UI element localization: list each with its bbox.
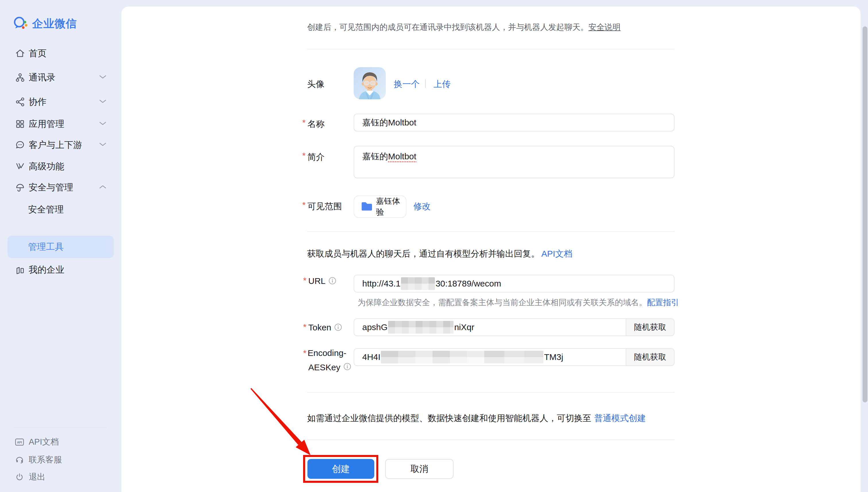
switch-mode-text: 如需通过企业微信提供的模型、数据快速创建和使用智能机器人，可切换至普通模式创建 — [307, 413, 646, 424]
token-label-text: Token — [308, 323, 331, 333]
aes-random-button[interactable]: 随机获取 — [626, 349, 674, 365]
annotation-arrow — [244, 382, 319, 462]
url-input[interactable]: http://43.130:18789/wecom — [354, 275, 674, 293]
info-icon[interactable] — [343, 361, 351, 375]
sidebar-item-support[interactable]: 联系客服 — [7, 452, 114, 468]
company-icon — [15, 265, 25, 275]
aes-label-line2: AESKey — [308, 360, 341, 374]
chevron-up-icon — [98, 184, 107, 191]
required-mark: * — [303, 323, 307, 331]
double-v-icon — [15, 161, 25, 172]
intro-text: 创建后，可见范围内的成员可在通讯录中找到该机器人，并与机器人发起聊天。安全说明 — [307, 22, 677, 33]
normal-mode-link[interactable]: 普通模式创建 — [594, 413, 646, 423]
sidebar-item-label: 首页 — [29, 47, 47, 59]
sidebar-item-customers[interactable]: 客户与上下游 — [7, 137, 114, 153]
avatar-label: 头像 — [307, 78, 324, 90]
sidebar-item-label: 管理工具 — [28, 241, 64, 253]
grid-icon — [15, 119, 25, 129]
config-guide-link[interactable]: 配置指引 — [647, 298, 679, 307]
section-divider — [307, 49, 674, 49]
sidebar-item-label: 我的企业 — [29, 264, 64, 276]
sidebar-item-collaboration[interactable]: 协作 — [7, 93, 114, 110]
desc-label: * 简介 — [302, 151, 325, 163]
security-note-link[interactable]: 安全说明 — [589, 23, 621, 31]
vertical-scrollbar-thumb[interactable] — [863, 26, 867, 402]
sidebar-item-api-docs[interactable]: API API文档 — [7, 434, 114, 450]
aes-label: *Encoding- AESKey — [303, 346, 351, 375]
switch-mode-text-body: 如需通过企业微信提供的模型、数据快速创建和使用智能机器人，可切换至 — [307, 413, 591, 423]
org-chart-icon — [15, 72, 25, 83]
redacted-blur — [381, 351, 543, 363]
chevron-down-icon — [98, 121, 107, 127]
token-input[interactable]: apshGniXqr 随机获取 — [354, 318, 674, 336]
scope-chip: 嘉钰体验 — [354, 195, 406, 218]
scope-label: * 可见范围 — [302, 201, 342, 213]
sidebar-item-label: API文档 — [29, 436, 59, 448]
url-value-suffix: 30:18789/wecom — [436, 279, 501, 289]
scope-label-text: 可见范围 — [307, 201, 342, 213]
sidebar-item-label: 应用管理 — [29, 118, 64, 130]
avatar-upload-link[interactable]: 上传 — [433, 78, 451, 90]
sidebar: 企业微信 首页 通讯录 协作 — [0, 0, 121, 492]
sidebar-item-label: 安全与管理 — [29, 181, 73, 194]
required-mark: * — [303, 276, 307, 285]
url-label-text: URL — [308, 276, 325, 286]
sidebar-item-security-admin[interactable]: 安全管理 — [7, 201, 114, 218]
token-random-button[interactable]: 随机获取 — [626, 319, 674, 336]
url-value-prefix: http://43.1 — [362, 279, 400, 289]
chevron-down-icon — [98, 74, 107, 81]
sidebar-item-label: 联系客服 — [29, 454, 62, 466]
sidebar-item-home[interactable]: 首页 — [7, 45, 114, 62]
section-divider — [307, 231, 674, 232]
svg-text:API: API — [17, 441, 22, 444]
wecom-logo[interactable]: 企业微信 — [13, 16, 77, 31]
info-icon[interactable] — [334, 323, 342, 333]
share-network-icon — [15, 97, 25, 107]
chevron-down-icon — [98, 99, 107, 105]
headset-icon — [14, 455, 25, 465]
aes-value-suffix: TM3j — [544, 352, 563, 362]
sidebar-item-label: 高级功能 — [29, 161, 64, 173]
bot-avatar — [354, 67, 386, 99]
required-mark: * — [302, 151, 306, 160]
section-divider — [307, 440, 674, 440]
avatar-links-separator — [425, 79, 426, 88]
token-value-suffix: niXqr — [454, 322, 474, 332]
scope-edit-link[interactable]: 修改 — [413, 201, 430, 213]
sidebar-item-security-management[interactable]: 安全与管理 — [7, 179, 114, 196]
aes-key-input[interactable]: 4H4ITM3j 随机获取 — [354, 348, 674, 366]
scope-value: 嘉钰体验 — [376, 196, 406, 218]
required-mark: * — [302, 201, 306, 209]
sidebar-item-advanced[interactable]: 高级功能 — [7, 158, 114, 175]
api-section-text-body: 获取成员与机器人的聊天后，通过自有模型分析并输出回复。 — [307, 249, 540, 259]
desc-value-prefix: 嘉钰的 — [362, 152, 388, 161]
wecom-logo-text: 企业微信 — [32, 16, 77, 31]
api-doc-link[interactable]: API文档 — [541, 249, 572, 259]
url-label: * URL — [303, 276, 337, 287]
sidebar-item-my-company[interactable]: 我的企业 — [7, 261, 114, 278]
url-helper-text: 为保障企业数据安全，需配置备案主体与当前企业主体相同或有关联关系的域名。 — [358, 298, 647, 307]
intro-text-body: 创建后，可见范围内的成员可在通讯录中找到该机器人，并与机器人发起聊天。 — [307, 23, 589, 31]
aes-label-line1: Encoding- — [308, 348, 346, 358]
token-label: * Token — [303, 323, 342, 333]
desc-label-text: 简介 — [307, 151, 325, 163]
sidebar-item-label: 通讯录 — [29, 72, 55, 83]
redacted-blur — [401, 277, 435, 290]
sidebar-item-label: 退出 — [29, 471, 45, 483]
sidebar-item-apps[interactable]: 应用管理 — [7, 115, 114, 132]
avatar-change-link[interactable]: 换一个 — [394, 78, 420, 90]
avatar-label-text: 头像 — [307, 78, 324, 90]
token-value-prefix: apshG — [362, 322, 388, 332]
name-label-text: 名称 — [307, 118, 325, 130]
home-icon — [15, 48, 25, 58]
sidebar-item-contacts[interactable]: 通讯录 — [7, 69, 114, 86]
section-divider — [307, 392, 674, 393]
api-section-text: 获取成员与机器人的聊天后，通过自有模型分析并输出回复。API文档 — [307, 248, 572, 260]
cancel-button[interactable]: 取消 — [385, 459, 453, 479]
sidebar-item-logout[interactable]: 退出 — [7, 469, 114, 485]
name-input[interactable] — [354, 114, 674, 131]
sidebar-item-admin-tools[interactable]: 管理工具 — [7, 236, 114, 258]
desc-textarea[interactable]: 嘉钰的Moltbot — [354, 146, 674, 178]
wecom-logo-icon — [13, 16, 29, 31]
info-icon[interactable] — [328, 277, 337, 287]
